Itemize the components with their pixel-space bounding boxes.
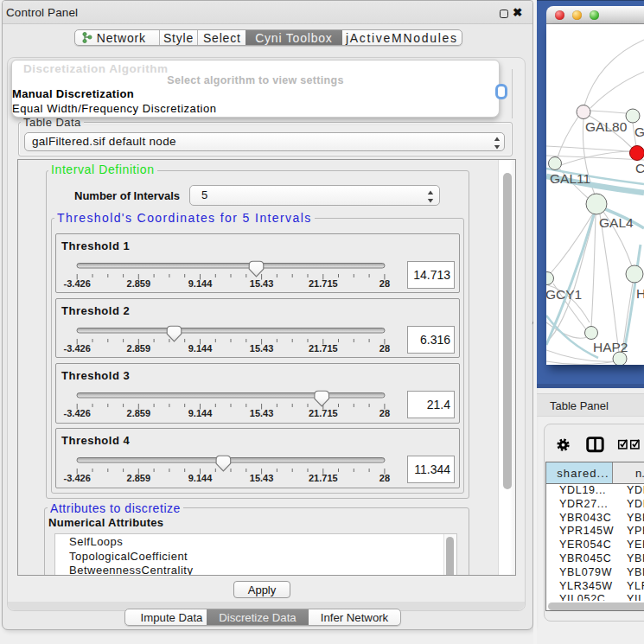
svg-text:2.859: 2.859	[127, 473, 151, 483]
svg-text:-3.426: -3.426	[64, 342, 91, 353]
svg-text:15.43: 15.43	[250, 342, 274, 353]
svg-text:15.43: 15.43	[250, 408, 274, 418]
svg-text:-3.426: -3.426	[64, 277, 91, 288]
svg-text:28: 28	[379, 342, 390, 353]
svg-text:-3.426: -3.426	[64, 473, 91, 483]
svg-text:21.715: 21.715	[309, 408, 338, 418]
svg-text:-3.426: -3.426	[64, 408, 91, 418]
svg-text:28: 28	[379, 277, 390, 288]
svg-text:9.144: 9.144	[188, 408, 213, 418]
svg-text:GAL80: GAL80	[585, 119, 628, 134]
svg-text:GAL4: GAL4	[599, 215, 634, 230]
svg-text:HAP2: HAP2	[593, 340, 628, 354]
svg-text:21.715: 21.715	[309, 342, 338, 353]
svg-text:GAL11: GAL11	[550, 171, 590, 186]
svg-text:21.715: 21.715	[309, 277, 338, 288]
svg-text:9.144: 9.144	[188, 277, 213, 288]
svg-text:15.43: 15.43	[250, 277, 274, 288]
svg-text:2.859: 2.859	[127, 277, 151, 288]
svg-text:21.715: 21.715	[309, 473, 338, 483]
svg-text:9.144: 9.144	[188, 473, 213, 483]
svg-text:CA: CA	[635, 161, 644, 175]
svg-text:GA: GA	[634, 124, 644, 139]
svg-text:HI: HI	[636, 286, 644, 301]
svg-text:GCY1: GCY1	[546, 287, 582, 302]
svg-text:15.43: 15.43	[250, 473, 274, 483]
svg-text:2.859: 2.859	[127, 342, 151, 353]
svg-text:28: 28	[379, 408, 390, 418]
svg-text:9.144: 9.144	[188, 342, 213, 353]
svg-text:28: 28	[379, 473, 390, 483]
svg-text:2.859: 2.859	[127, 408, 151, 418]
